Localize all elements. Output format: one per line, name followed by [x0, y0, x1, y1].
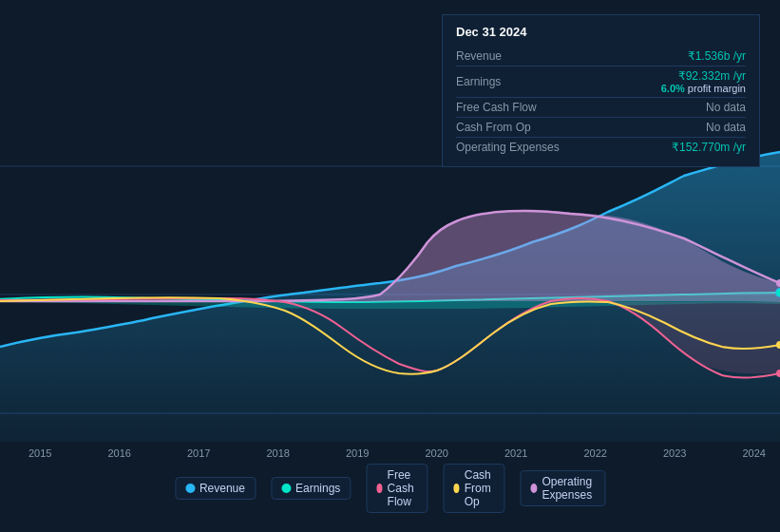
tooltip-box: Dec 31 2024 Revenue ₹1.536b /yr Earnings… — [442, 14, 760, 167]
legend-label-revenue: Revenue — [200, 482, 245, 495]
legend-label-fcf: Free Cash Flow — [388, 468, 418, 508]
legend-dot-opex — [530, 484, 537, 493]
tooltip-row-cashop: Cash From Op No data — [456, 118, 746, 138]
x-label-2024: 2024 — [743, 447, 766, 459]
legend: Revenue Earnings Free Cash Flow Cash Fro… — [175, 464, 605, 513]
tooltip-label-earnings: Earnings — [456, 75, 561, 88]
legend-label-earnings: Earnings — [295, 482, 340, 495]
x-label-2017: 2017 — [187, 447, 210, 459]
legend-label-opex: Operating Expenses — [542, 475, 595, 502]
x-label-2015: 2015 — [29, 447, 51, 459]
legend-fcf[interactable]: Free Cash Flow — [366, 464, 428, 513]
tooltip-profit-margin: 6.0% profit margin — [661, 83, 746, 94]
tooltip-value-fcf: No data — [706, 101, 746, 114]
legend-earnings[interactable]: Earnings — [271, 477, 351, 500]
x-label-2020: 2020 — [426, 447, 448, 459]
x-label-2018: 2018 — [267, 447, 290, 459]
legend-label-cashop: Cash From Op — [465, 468, 495, 508]
tooltip-label-revenue: Revenue — [456, 49, 561, 63]
tooltip-value-opex: ₹152.770m /yr — [672, 141, 746, 154]
legend-dot-fcf — [376, 484, 382, 493]
tooltip-label-cashop: Cash From Op — [456, 121, 561, 134]
legend-dot-earnings — [281, 484, 291, 493]
x-label-2022: 2022 — [584, 447, 607, 459]
legend-revenue[interactable]: Revenue — [175, 477, 256, 500]
tooltip-value-earnings: ₹92.332m /yr — [661, 69, 746, 83]
tooltip-row-opex: Operating Expenses ₹152.770m /yr — [456, 138, 746, 157]
chart-svg — [0, 147, 780, 442]
tooltip-row-fcf: Free Cash Flow No data — [456, 98, 746, 118]
x-label-2016: 2016 — [108, 447, 131, 459]
tooltip-row-earnings: Earnings ₹92.332m /yr 6.0% profit margin — [456, 66, 746, 98]
tooltip-label-fcf: Free Cash Flow — [456, 101, 561, 114]
tooltip-value-revenue: ₹1.536b /yr — [688, 49, 746, 63]
legend-dot-cashop — [453, 484, 459, 493]
x-label-2021: 2021 — [504, 447, 527, 459]
tooltip-label-opex: Operating Expenses — [456, 141, 561, 154]
legend-opex[interactable]: Operating Expenses — [520, 470, 605, 506]
tooltip-row-revenue: Revenue ₹1.536b /yr — [456, 47, 746, 66]
x-label-2023: 2023 — [663, 447, 686, 459]
x-label-2019: 2019 — [346, 447, 369, 459]
legend-dot-revenue — [185, 484, 195, 493]
tooltip-value-cashop: No data — [706, 121, 746, 134]
legend-cashop[interactable]: Cash From Op — [443, 464, 504, 513]
tooltip-title: Dec 31 2024 — [456, 25, 746, 39]
chart-container: Dec 31 2024 Revenue ₹1.536b /yr Earnings… — [0, 0, 780, 532]
